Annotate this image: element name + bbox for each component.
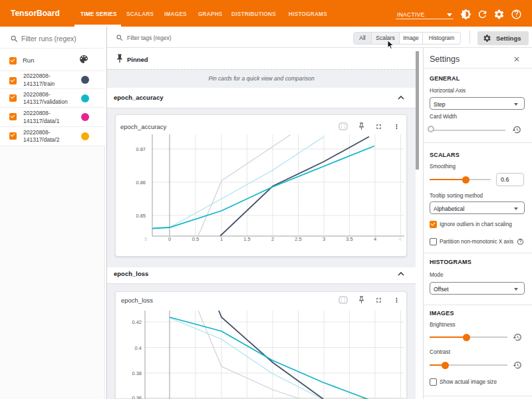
svg-text:3.5: 3.5 [346, 236, 352, 242]
svg-text:0: 0 [168, 236, 171, 242]
svg-text:4.: 4. [398, 236, 402, 242]
svg-text:0.85: 0.85 [136, 213, 146, 219]
svg-text:0.87: 0.87 [136, 146, 146, 152]
svg-text:0.4: 0.4 [135, 345, 142, 351]
svg-text:2: 2 [271, 236, 274, 242]
svg-text:1: 1 [220, 236, 223, 242]
svg-text:1.5: 1.5 [243, 236, 250, 242]
svg-text:3: 3 [323, 236, 325, 242]
svg-text:5: 5 [144, 236, 147, 242]
svg-text:0.42: 0.42 [132, 319, 142, 325]
svg-text:0.38: 0.38 [132, 370, 142, 376]
svg-text:4: 4 [374, 236, 376, 242]
svg-text:0.36: 0.36 [132, 395, 142, 399]
svg-text:2.5: 2.5 [295, 236, 301, 242]
svg-text:0.86: 0.86 [136, 180, 146, 186]
svg-text:0.5: 0.5 [192, 236, 199, 242]
